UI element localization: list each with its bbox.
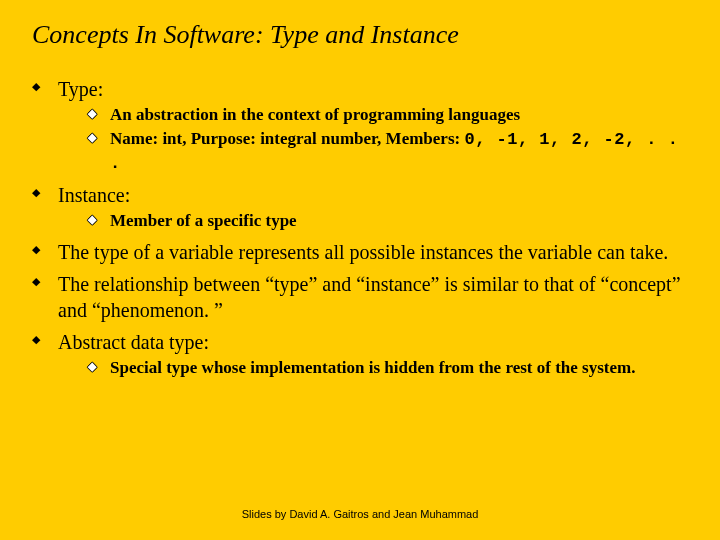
- instance-sub-1: Member of a specific type: [88, 210, 684, 233]
- type-sub-1-text: An abstraction in the context of program…: [110, 105, 520, 124]
- instance-sublist: Member of a specific type: [58, 210, 692, 233]
- slide: Concepts In Software: Type and Instance …: [0, 0, 720, 540]
- type-sublist: An abstraction in the context of program…: [58, 104, 692, 176]
- bullet-adt: Abstract data type: Special type whose i…: [32, 329, 692, 380]
- bullet-variable-instances: The type of a variable represents all po…: [32, 239, 692, 265]
- bullet-relationship-text: The relationship between “type” and “ins…: [58, 273, 681, 321]
- bullet-instance: Instance: Member of a specific type: [32, 182, 692, 233]
- bullet-instance-label: Instance:: [58, 184, 130, 206]
- bullet-variable-instances-text: The type of a variable represents all po…: [58, 241, 668, 263]
- adt-sub-1: Special type whose implementation is hid…: [88, 357, 684, 380]
- adt-sub-1-text: Special type whose implementation is hid…: [110, 358, 635, 377]
- bullet-adt-label: Abstract data type:: [58, 331, 209, 353]
- adt-sublist: Special type whose implementation is hid…: [58, 357, 692, 380]
- instance-sub-1-text: Member of a specific type: [110, 211, 297, 230]
- bullet-type: Type: An abstraction in the context of p…: [32, 76, 692, 176]
- content-list: Type: An abstraction in the context of p…: [28, 76, 692, 380]
- bullet-type-label: Type:: [58, 78, 103, 100]
- type-sub-2-label: Name: int, Purpose: integral number, Mem…: [110, 129, 464, 148]
- slide-title: Concepts In Software: Type and Instance: [32, 20, 692, 50]
- type-sub-1: An abstraction in the context of program…: [88, 104, 684, 127]
- footer-credit: Slides by David A. Gaitros and Jean Muha…: [0, 508, 720, 520]
- type-sub-2: Name: int, Purpose: integral number, Mem…: [88, 128, 684, 176]
- bullet-relationship: The relationship between “type” and “ins…: [32, 271, 692, 323]
